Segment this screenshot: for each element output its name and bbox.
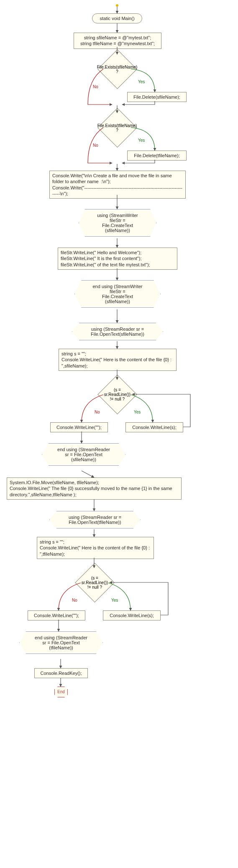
using-streamwriter-close: end using (StreamWriter fileStr = File.C… <box>74 280 161 308</box>
read2-no-node: Console.WriteLine(""); <box>28 610 85 620</box>
yes-label: Yes <box>111 598 118 602</box>
start-node: static void Main() <box>92 13 142 23</box>
readprep1-node: string s = ""; Console.WriteLine(" Here … <box>59 349 177 371</box>
file-delete-s-node: File.Delete(sfileName); <box>127 92 187 102</box>
read2-decision: (s = sr.ReadLine()) != null ? <box>75 563 115 602</box>
entry-dot <box>116 4 118 7</box>
read1-yes-node: Console.WriteLine(s); <box>125 422 183 432</box>
read1-decision: (s = sr.ReadLine()) != null ? <box>97 375 137 414</box>
read2-yes-node: Console.WriteLine(s); <box>103 610 161 620</box>
readprep2-node: string s = ""; Console.WriteLine(" Here … <box>37 537 154 559</box>
read1-no-node: Console.WriteLine(""); <box>50 422 108 432</box>
yes-label: Yes <box>138 79 145 84</box>
file-exists-t-decision: File.Exists(tfileName) ? <box>97 108 137 148</box>
header-write-node: Console.Write("\n\n Create a file and mo… <box>49 171 186 199</box>
using-streamreader2-close: end using (StreamReader sr = File.OpenTe… <box>19 631 103 654</box>
yes-label: Yes <box>134 410 141 414</box>
move-node: System.IO.File.Move(sfileName, tfileName… <box>7 477 182 500</box>
no-label: No <box>72 598 77 602</box>
using-streamwriter-open: using (StreamWriter fileStr = File.Creat… <box>79 209 156 237</box>
no-label: No <box>93 143 98 148</box>
end-node: End <box>54 687 68 697</box>
writelines-node: fileStr.WriteLine(" Hello and Welcome");… <box>58 248 177 270</box>
no-label: No <box>93 84 98 89</box>
using-streamreader1-open: using (StreamReader sr = File.OpenText(s… <box>72 323 163 340</box>
yes-label: Yes <box>138 138 145 143</box>
file-delete-t-node: File.Delete(tfileName); <box>127 151 187 161</box>
using-streamreader1-close: end using (StreamReader sr = File.OpenTe… <box>42 443 125 466</box>
no-label: No <box>95 410 100 414</box>
readkey-node: Console.ReadKey(); <box>34 668 88 678</box>
declarations-node: string sfileName = @"mytest.txt"; string… <box>74 33 161 49</box>
using-streamreader2-open: using (StreamReader sr = File.OpenText(t… <box>49 511 141 528</box>
flowchart-container: static void Main() string sfileName = @"… <box>4 4 234 865</box>
file-exists-s-decision: File.Exists(sfileName) ? <box>97 49 137 89</box>
